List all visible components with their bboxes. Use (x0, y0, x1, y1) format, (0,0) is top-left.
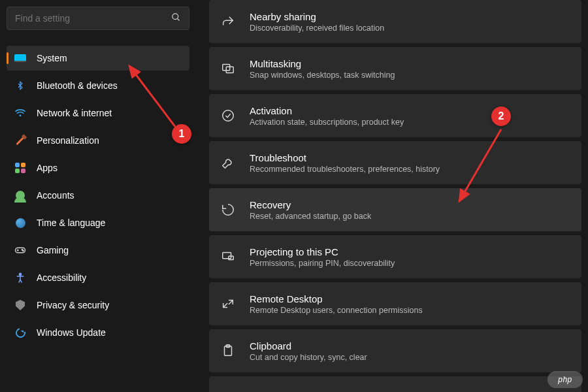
recovery-icon (221, 203, 235, 217)
card-remote-desktop[interactable]: Remote Desktop Remote Desktop users, con… (209, 282, 581, 325)
card-subtitle: Cut and copy history, sync, clear (250, 353, 367, 362)
sidebar-item-label: Accessibility (37, 272, 86, 283)
sidebar-item-accessibility[interactable]: Accessibility (7, 265, 189, 290)
sidebar-item-label: Windows Update (37, 327, 106, 338)
multitask-icon (221, 61, 235, 76)
card-title: Nearby sharing (250, 11, 384, 22)
search-input[interactable] (15, 13, 171, 24)
card-subtitle: Snap windows, desktops, task switching (250, 71, 395, 80)
sidebar-item-label: Time & language (37, 218, 105, 228)
card-title: Activation (250, 105, 404, 116)
card-title: Remote Desktop (250, 293, 423, 304)
system-icon (14, 52, 26, 64)
card-title: Projecting to this PC (250, 246, 395, 257)
clipboard-icon (221, 344, 235, 358)
brush-icon (14, 135, 26, 146)
wrench-icon (221, 155, 235, 170)
apps-icon (14, 162, 26, 174)
card-about[interactable]: About (209, 376, 581, 392)
card-subtitle: Permissions, pairing PIN, discoverabilit… (250, 259, 395, 268)
sidebar-item-accounts[interactable]: Accounts (7, 183, 189, 208)
shield-icon (14, 299, 26, 311)
svg-point-0 (172, 14, 178, 20)
card-title: Recovery (250, 199, 371, 210)
search-icon (171, 12, 181, 24)
sidebar-item-label: System (37, 53, 67, 63)
sidebar-item-privacy[interactable]: Privacy & security (7, 293, 189, 318)
sidebar-item-bluetooth[interactable]: Bluetooth & devices (7, 73, 189, 98)
card-subtitle: Activation state, subscriptions, product… (250, 118, 404, 127)
update-icon (14, 327, 26, 338)
sidebar-item-label: Personalization (37, 135, 99, 146)
card-clipboard[interactable]: Clipboard Cut and copy history, sync, cl… (209, 329, 581, 372)
sidebar-item-time[interactable]: Time & language (7, 210, 189, 235)
card-nearby-sharing[interactable]: Nearby sharing Discoverability, received… (209, 0, 581, 43)
share-icon (221, 14, 235, 29)
account-icon (14, 189, 26, 201)
search-box[interactable] (7, 7, 189, 30)
svg-rect-12 (223, 253, 231, 259)
card-subtitle: Discoverability, received files location (250, 24, 384, 33)
remote-icon (221, 297, 235, 311)
card-subtitle: Recommended troubleshooters, preferences… (250, 165, 440, 174)
card-title: Clipboard (250, 340, 367, 351)
sidebar-item-personalization[interactable]: Personalization (7, 128, 189, 153)
card-activation[interactable]: Activation Activation state, subscriptio… (209, 94, 581, 137)
globe-icon (14, 217, 26, 229)
svg-point-11 (223, 110, 234, 122)
sidebar-item-apps[interactable]: Apps (7, 155, 189, 180)
svg-point-7 (23, 250, 24, 252)
svg-point-2 (20, 114, 22, 116)
sidebar-item-network[interactable]: Network & internet (7, 101, 189, 125)
card-troubleshoot[interactable]: Troubleshoot Recommended troubleshooters… (209, 141, 581, 184)
sidebar: System Bluetooth & devices Network & int… (0, 0, 196, 392)
card-multitasking[interactable]: Multitasking Snap windows, desktops, tas… (209, 47, 581, 90)
sidebar-item-update[interactable]: Windows Update (7, 320, 189, 345)
svg-point-8 (20, 273, 22, 275)
sidebar-item-system[interactable]: System (7, 46, 189, 71)
svg-line-1 (177, 18, 179, 20)
card-title: Troubleshoot (250, 152, 440, 163)
project-icon (221, 250, 235, 264)
settings-list: Nearby sharing Discoverability, received… (196, 0, 588, 392)
bluetooth-icon (14, 80, 26, 91)
sidebar-item-label: Bluetooth & devices (37, 80, 118, 91)
card-recovery[interactable]: Recovery Reset, advanced startup, go bac… (209, 188, 581, 231)
card-title: Multitasking (250, 58, 395, 69)
sidebar-item-label: Apps (37, 163, 57, 173)
sidebar-item-gaming[interactable]: Gaming (7, 238, 189, 263)
check-icon (221, 108, 235, 123)
card-projecting[interactable]: Projecting to this PC Permissions, pairi… (209, 235, 581, 278)
sidebar-item-label: Gaming (37, 245, 69, 255)
card-subtitle: Remote Desktop users, connection permiss… (250, 306, 423, 315)
gaming-icon (14, 244, 26, 256)
sidebar-item-label: Privacy & security (37, 300, 109, 310)
sidebar-item-label: Network & internet (37, 108, 112, 118)
accessibility-icon (14, 272, 26, 284)
wifi-icon (14, 107, 26, 119)
card-subtitle: Reset, advanced startup, go back (250, 212, 371, 221)
sidebar-item-label: Accounts (37, 190, 74, 201)
